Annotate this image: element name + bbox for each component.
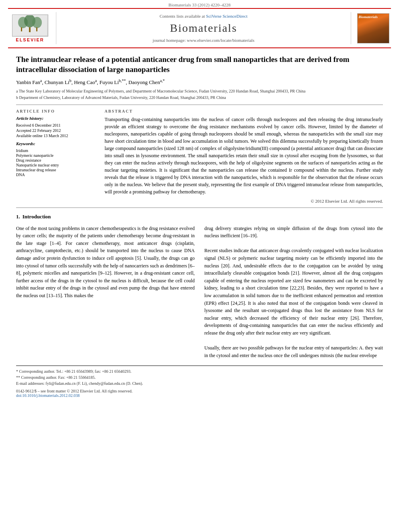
keyword-3: Drug resistance bbox=[16, 158, 97, 162]
available-date: Available online 13 March 2012 bbox=[16, 134, 97, 138]
author-daoyong: Daoyong Chen bbox=[128, 80, 160, 86]
article-info-column: ARTICLE INFO Article history: Received 6… bbox=[16, 109, 97, 203]
introduction-section: 1. Introduction One of the most taxing p… bbox=[16, 214, 383, 359]
svg-rect-4 bbox=[29, 27, 31, 32]
abstract-header: ABSTRACT bbox=[105, 109, 383, 113]
intro-right-text: drug delivery strategies relying on simp… bbox=[204, 225, 383, 359]
affiliation-b: b Department of Chemistry, Laboratory of… bbox=[16, 95, 383, 101]
keywords-label: Keywords: bbox=[16, 141, 97, 146]
email-addresses: fyli@fudan.edu.cn (F. Li), chendy@fudan.… bbox=[45, 381, 143, 386]
article-info-abstract: ARTICLE INFO Article history: Received 6… bbox=[16, 109, 383, 203]
divider-2 bbox=[16, 207, 383, 208]
journal-title: Biomaterials bbox=[170, 22, 237, 35]
author-yanbin: Yanbin Fan bbox=[16, 80, 40, 86]
issn-line: 0142-9612/$ – see front matter © 2012 El… bbox=[16, 389, 383, 393]
svg-rect-5 bbox=[21, 27, 22, 31]
footnote-star: * Corresponding author. Tel.: +86 21 656… bbox=[16, 368, 383, 374]
email-label: E-mail addresses: bbox=[16, 381, 45, 386]
intro-left-col: One of the most taxing problems in cance… bbox=[16, 225, 195, 359]
svg-point-3 bbox=[32, 17, 42, 28]
keyword-5: Intranuclear drug release bbox=[16, 168, 97, 172]
author-heng: Heng Cao bbox=[74, 80, 95, 86]
sciverse-link[interactable]: SciVerse ScienceDirect bbox=[206, 14, 247, 18]
elsevier-logo: ELSEVIER bbox=[12, 14, 48, 42]
publisher-logo-area: ELSEVIER bbox=[8, 12, 56, 44]
keyword-1: Iridium bbox=[16, 148, 97, 153]
affiliation-a: a The State Key Laboratory of Molecular … bbox=[16, 88, 383, 94]
citation-text: Biomaterials 33 (2012) 4220–4228 bbox=[169, 2, 230, 7]
copyright-line: © 2012 Elsevier Ltd. All rights reserved… bbox=[105, 199, 383, 203]
author-chunyan: Chunyan Li bbox=[45, 80, 70, 86]
accepted-date: Accepted 22 February 2012 bbox=[16, 128, 97, 133]
main-content: The intranuclear release of a potential … bbox=[0, 48, 399, 406]
divider bbox=[16, 105, 383, 105]
abstract-column: ABSTRACT Transporting drug-containing na… bbox=[105, 109, 383, 203]
journal-cover-area: Biomaterials bbox=[351, 12, 391, 44]
keyword-4: Nanoparticle nuclear entry bbox=[16, 163, 97, 167]
section-title-row: 1. Introduction bbox=[16, 214, 383, 222]
article-title: The intranuclear release of a potential … bbox=[16, 55, 383, 74]
elsevier-tree-icon bbox=[13, 15, 47, 35]
abstract-text: Transporting drug-containing nanoparticl… bbox=[105, 116, 383, 195]
keywords-section: Keywords: Iridium Polymeric nanoparticle… bbox=[16, 141, 97, 177]
journal-homepage: journal homepage: www.elsevier.com/locat… bbox=[153, 38, 255, 43]
elsevier-label: ELSEVIER bbox=[16, 37, 44, 42]
doi-line: doi:10.1016/j.biomaterials.2012.02.038 bbox=[16, 393, 383, 398]
received-date: Received 6 December 2011 bbox=[16, 123, 97, 127]
keyword-6: DNA bbox=[16, 173, 97, 177]
intro-title: Introduction bbox=[23, 214, 51, 220]
svg-rect-6 bbox=[36, 27, 37, 31]
citation-bar: Biomaterials 33 (2012) 4220–4228 bbox=[0, 0, 399, 8]
intro-columns: One of the most taxing problems in cance… bbox=[16, 225, 383, 359]
journal-header: ELSEVIER Contents lists available at Sci… bbox=[8, 8, 391, 48]
intro-left-text: One of the most taxing problems in cance… bbox=[16, 225, 195, 300]
footnote-area: * Corresponding author. Tel.: +86 21 656… bbox=[16, 366, 383, 386]
footnote-double-star: ** Corresponding author. Fax: +86 21 556… bbox=[16, 374, 383, 380]
keyword-2: Polymeric nanoparticle bbox=[16, 153, 97, 158]
author-fuyou: Fuyou Li bbox=[99, 80, 119, 86]
article-info-header: ARTICLE INFO bbox=[16, 109, 97, 113]
contents-line: Contents lists available at SciVerse Sci… bbox=[160, 14, 247, 18]
intro-right-col: drug delivery strategies relying on simp… bbox=[204, 225, 383, 359]
intro-number: 1. bbox=[16, 214, 20, 220]
authors-line: Yanbin Fana, Chunyan Lib, Heng Caoa, Fuy… bbox=[16, 78, 383, 86]
journal-header-center: Contents lists available at SciVerse Sci… bbox=[56, 12, 351, 44]
history-label: Article history: bbox=[16, 116, 97, 121]
footnote-email: E-mail addresses: fyli@fudan.edu.cn (F. … bbox=[16, 380, 383, 386]
journal-cover-image: Biomaterials bbox=[357, 13, 389, 43]
bottom-info: 0142-9612/$ – see front matter © 2012 El… bbox=[16, 389, 383, 398]
